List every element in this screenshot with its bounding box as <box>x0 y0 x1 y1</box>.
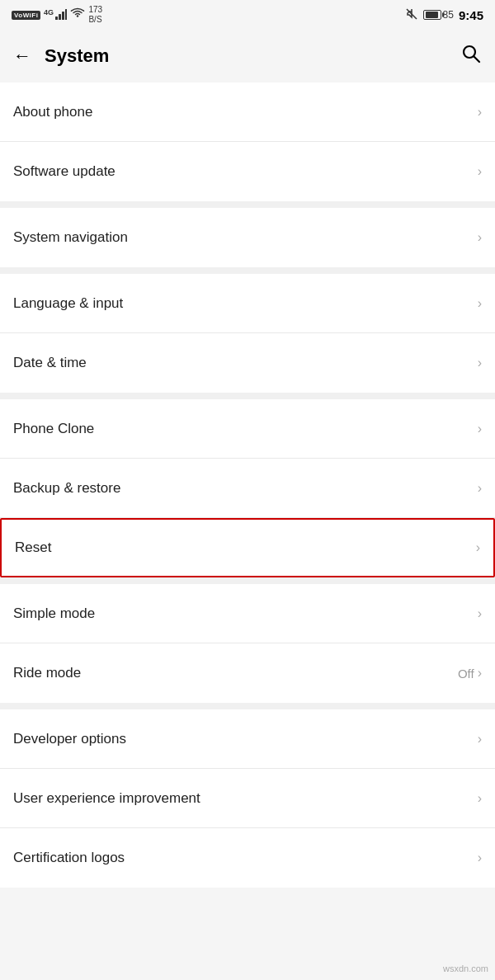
battery-percentage: 85 <box>443 9 454 21</box>
battery-indicator: 85 <box>423 9 454 21</box>
chevron-reset: › <box>476 540 480 555</box>
battery-fill <box>426 12 438 18</box>
settings-item-simple-mode[interactable]: Simple mode › <box>0 584 495 643</box>
header-left: ← System <box>13 45 109 67</box>
settings-item-phone-clone[interactable]: Phone Clone › <box>0 399 495 459</box>
settings-item-language-input[interactable]: Language & input › <box>0 274 495 333</box>
item-right-certification-logos: › <box>478 850 482 865</box>
settings-item-user-experience[interactable]: User experience improvement › <box>0 769 495 828</box>
chevron-date-time: › <box>478 356 482 370</box>
settings-group-6: Developer options › User experience impr… <box>0 709 495 888</box>
item-label-certification-logos: Certification logos <box>13 850 125 866</box>
vowifi-badge: VoWiFi <box>12 11 40 20</box>
chevron-backup-restore: › <box>478 481 482 496</box>
settings-item-backup-restore[interactable]: Backup & restore › <box>0 459 495 518</box>
mute-icon <box>405 7 418 23</box>
item-right-backup-restore: › <box>478 481 482 496</box>
svg-line-7 <box>474 57 480 63</box>
chevron-user-experience: › <box>478 791 482 806</box>
back-button[interactable]: ← <box>13 45 31 67</box>
status-bar-left: VoWiFi 4G 173B/S <box>12 5 102 25</box>
item-label-language-input: Language & input <box>13 295 123 312</box>
item-right-system-navigation: › <box>478 230 482 245</box>
item-right-reset: › <box>476 540 480 555</box>
item-right-phone-clone: › <box>478 422 482 436</box>
item-right-ride-mode: Off › <box>458 666 482 681</box>
data-speed: 173B/S <box>88 5 102 25</box>
svg-text:4G: 4G <box>44 8 54 16</box>
search-button[interactable] <box>460 43 482 69</box>
item-label-phone-clone: Phone Clone <box>13 421 94 437</box>
ride-mode-value: Off <box>458 667 474 681</box>
settings-group-2: System navigation › <box>0 208 495 267</box>
item-label-reset: Reset <box>15 539 51 556</box>
page-title: System <box>45 45 109 67</box>
chevron-simple-mode: › <box>478 606 482 621</box>
settings-item-system-navigation[interactable]: System navigation › <box>0 208 495 267</box>
section-divider-5 <box>0 703 495 709</box>
settings-group-5: Simple mode › Ride mode Off › <box>0 584 495 703</box>
section-divider-1 <box>0 201 495 208</box>
settings-group-3: Language & input › Date & time › <box>0 274 495 393</box>
section-divider-2 <box>0 267 495 274</box>
item-right-developer-options: › <box>478 732 482 747</box>
settings-item-about-phone[interactable]: About phone › <box>0 82 495 142</box>
settings-item-certification-logos[interactable]: Certification logos › <box>0 828 495 888</box>
svg-rect-3 <box>62 12 64 20</box>
chevron-about-phone: › <box>478 105 482 120</box>
watermark: wsxdn.com <box>443 964 488 973</box>
item-right-language-input: › <box>478 296 482 311</box>
chevron-software-update: › <box>478 164 482 179</box>
settings-item-software-update[interactable]: Software update › <box>0 142 495 201</box>
time-display: 9:45 <box>459 8 483 22</box>
svg-rect-2 <box>59 14 61 20</box>
chevron-phone-clone: › <box>478 422 482 436</box>
signal-strength: 4G <box>44 7 67 23</box>
item-label-system-navigation: System navigation <box>13 229 128 246</box>
item-label-user-experience: User experience improvement <box>13 790 200 807</box>
item-label-date-time: Date & time <box>13 355 87 371</box>
settings-item-date-time[interactable]: Date & time › <box>0 333 495 393</box>
item-label-developer-options: Developer options <box>13 731 126 747</box>
chevron-certification-logos: › <box>478 850 482 865</box>
settings-list: About phone › Software update › System n… <box>0 82 495 888</box>
item-label-ride-mode: Ride mode <box>13 665 81 681</box>
settings-item-ride-mode[interactable]: Ride mode Off › <box>0 643 495 703</box>
status-bar: VoWiFi 4G 173B/S <box>0 0 495 30</box>
battery-icon <box>423 10 441 20</box>
status-bar-right: 85 9:45 <box>405 7 483 23</box>
item-right-user-experience: › <box>478 791 482 806</box>
item-label-simple-mode: Simple mode <box>13 605 95 622</box>
chevron-ride-mode: › <box>478 666 482 681</box>
settings-group-4: Phone Clone › Backup & restore › Reset › <box>0 399 495 577</box>
item-label-software-update: Software update <box>13 163 116 180</box>
item-label-about-phone: About phone <box>13 104 92 120</box>
chevron-system-navigation: › <box>478 230 482 245</box>
settings-group-1: About phone › Software update › <box>0 82 495 201</box>
item-right-simple-mode: › <box>478 606 482 621</box>
section-divider-3 <box>0 393 495 399</box>
item-right-date-time: › <box>478 356 482 370</box>
item-right-about-phone: › <box>478 105 482 120</box>
item-right-software-update: › <box>478 164 482 179</box>
svg-rect-1 <box>55 16 58 20</box>
settings-item-reset[interactable]: Reset › <box>0 518 495 577</box>
chevron-language-input: › <box>478 296 482 311</box>
section-divider-4 <box>0 577 495 584</box>
chevron-developer-options: › <box>478 732 482 747</box>
settings-item-developer-options[interactable]: Developer options › <box>0 709 495 769</box>
wifi-icon <box>70 7 85 22</box>
svg-rect-4 <box>65 9 67 20</box>
item-label-backup-restore: Backup & restore <box>13 480 120 497</box>
header: ← System <box>0 30 495 82</box>
